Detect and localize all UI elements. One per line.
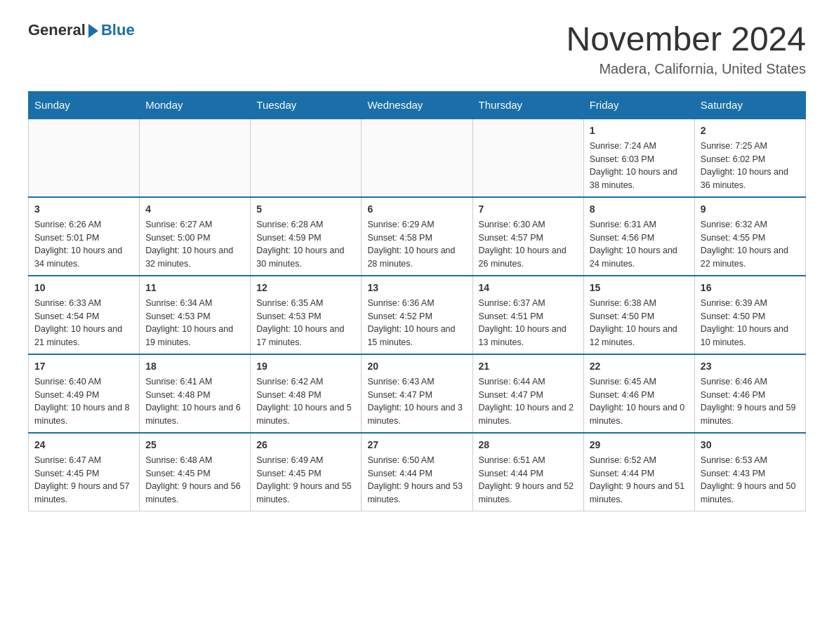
day-info: Sunset: 4:56 PM: [590, 232, 689, 245]
day-info: Sunset: 4:44 PM: [367, 467, 466, 481]
table-row: [362, 119, 472, 197]
table-row: 9Sunrise: 6:32 AMSunset: 4:55 PMDaylight…: [694, 197, 805, 276]
day-number: 24: [34, 438, 133, 452]
day-info: Sunrise: 6:43 AM: [367, 375, 466, 389]
table-row: 18Sunrise: 6:41 AMSunset: 4:48 PMDayligh…: [140, 354, 251, 433]
day-info: Sunrise: 6:50 AM: [367, 454, 466, 467]
day-info: Daylight: 10 hours and 36 minutes.: [701, 166, 800, 192]
day-number: 3: [34, 202, 133, 217]
day-number: 10: [34, 281, 133, 295]
day-number: 22: [590, 359, 689, 374]
day-info: Sunset: 5:01 PM: [34, 232, 133, 245]
day-info: Sunset: 4:57 PM: [479, 232, 578, 245]
day-info: Sunrise: 6:29 AM: [367, 218, 466, 232]
day-info: Sunrise: 6:36 AM: [367, 297, 466, 310]
day-info: Sunset: 4:46 PM: [701, 389, 800, 402]
day-info: Daylight: 9 hours and 55 minutes.: [256, 480, 355, 507]
day-info: Daylight: 10 hours and 38 minutes.: [590, 166, 689, 192]
table-row: 2Sunrise: 7:25 AMSunset: 6:02 PMDaylight…: [694, 119, 805, 197]
logo-arrow-icon: [88, 24, 98, 38]
calendar-subtitle: Madera, California, United States: [566, 61, 806, 77]
day-number: 17: [34, 359, 133, 374]
table-row: [29, 119, 140, 197]
logo: General Blue: [28, 21, 135, 39]
day-info: Daylight: 10 hours and 13 minutes.: [479, 323, 578, 349]
day-info: Sunrise: 6:53 AM: [701, 454, 800, 467]
table-row: 8Sunrise: 6:31 AMSunset: 4:56 PMDaylight…: [583, 197, 694, 276]
day-info: Daylight: 10 hours and 34 minutes.: [34, 244, 133, 271]
table-row: [472, 119, 583, 197]
day-info: Sunrise: 6:47 AM: [34, 454, 133, 467]
day-info: Sunrise: 6:32 AM: [701, 218, 800, 232]
day-info: Sunrise: 6:44 AM: [479, 375, 578, 389]
day-number: 15: [590, 281, 689, 295]
header-thursday: Thursday: [472, 91, 583, 119]
day-number: 30: [701, 438, 800, 452]
day-info: Sunrise: 6:33 AM: [34, 297, 133, 310]
table-row: 11Sunrise: 6:34 AMSunset: 4:53 PMDayligh…: [140, 276, 251, 354]
day-info: Sunrise: 6:39 AM: [701, 297, 800, 310]
day-number: 2: [701, 123, 800, 138]
calendar-header-row: Sunday Monday Tuesday Wednesday Thursday…: [29, 91, 806, 119]
day-info: Daylight: 9 hours and 50 minutes.: [701, 480, 800, 507]
day-info: Sunrise: 6:26 AM: [34, 218, 133, 232]
table-row: 12Sunrise: 6:35 AMSunset: 4:53 PMDayligh…: [251, 276, 362, 354]
header-wednesday: Wednesday: [362, 91, 472, 119]
day-info: Sunset: 6:02 PM: [701, 153, 800, 166]
day-number: 1: [590, 123, 689, 138]
table-row: 4Sunrise: 6:27 AMSunset: 5:00 PMDaylight…: [140, 197, 251, 276]
day-info: Sunset: 4:45 PM: [256, 467, 355, 481]
table-row: [140, 119, 251, 197]
day-number: 29: [590, 438, 689, 452]
calendar-week-row: 17Sunrise: 6:40 AMSunset: 4:49 PMDayligh…: [29, 354, 806, 433]
day-info: Sunset: 4:43 PM: [701, 467, 800, 481]
day-info: Sunset: 4:47 PM: [367, 389, 466, 402]
header-tuesday: Tuesday: [251, 91, 362, 119]
day-number: 9: [701, 202, 800, 217]
day-info: Sunrise: 6:51 AM: [479, 454, 578, 467]
day-info: Sunset: 4:45 PM: [34, 467, 133, 481]
day-info: Sunset: 6:03 PM: [590, 153, 689, 166]
calendar-week-row: 3Sunrise: 6:26 AMSunset: 5:01 PMDaylight…: [29, 197, 806, 276]
header-monday: Monday: [140, 91, 251, 119]
day-info: Daylight: 10 hours and 10 minutes.: [701, 323, 800, 349]
day-info: Sunrise: 7:24 AM: [590, 140, 689, 153]
day-info: Daylight: 10 hours and 28 minutes.: [367, 244, 466, 271]
table-row: 28Sunrise: 6:51 AMSunset: 4:44 PMDayligh…: [472, 433, 583, 511]
day-info: Daylight: 9 hours and 52 minutes.: [479, 480, 578, 507]
day-info: Daylight: 10 hours and 17 minutes.: [256, 323, 355, 349]
day-info: Daylight: 10 hours and 21 minutes.: [34, 323, 133, 349]
day-number: 11: [145, 281, 244, 295]
day-number: 20: [367, 359, 466, 374]
day-info: Sunset: 4:53 PM: [256, 310, 355, 323]
page-header: General Blue November 2024 Madera, Calif…: [28, 21, 806, 77]
title-area: November 2024 Madera, California, United…: [566, 21, 806, 77]
header-sunday: Sunday: [29, 91, 140, 119]
day-info: Sunset: 4:52 PM: [367, 310, 466, 323]
day-info: Sunrise: 6:35 AM: [256, 297, 355, 310]
table-row: 22Sunrise: 6:45 AMSunset: 4:46 PMDayligh…: [583, 354, 694, 433]
header-saturday: Saturday: [694, 91, 805, 119]
day-info: Sunset: 4:44 PM: [479, 467, 578, 481]
table-row: 26Sunrise: 6:49 AMSunset: 4:45 PMDayligh…: [251, 433, 362, 511]
day-info: Sunset: 4:51 PM: [479, 310, 578, 323]
day-info: Sunset: 4:50 PM: [590, 310, 689, 323]
day-number: 8: [590, 202, 689, 217]
day-number: 6: [367, 202, 466, 217]
day-info: Daylight: 9 hours and 51 minutes.: [590, 480, 689, 507]
table-row: 21Sunrise: 6:44 AMSunset: 4:47 PMDayligh…: [472, 354, 583, 433]
day-info: Sunrise: 6:41 AM: [145, 375, 244, 389]
day-number: 16: [701, 281, 800, 295]
calendar-week-row: 10Sunrise: 6:33 AMSunset: 4:54 PMDayligh…: [29, 276, 806, 354]
day-info: Daylight: 10 hours and 15 minutes.: [367, 323, 466, 349]
day-info: Sunrise: 6:48 AM: [145, 454, 244, 467]
table-row: 1Sunrise: 7:24 AMSunset: 6:03 PMDaylight…: [583, 119, 694, 197]
day-info: Sunrise: 6:28 AM: [256, 218, 355, 232]
day-info: Sunset: 4:53 PM: [145, 310, 244, 323]
day-info: Sunset: 4:46 PM: [590, 389, 689, 402]
table-row: 10Sunrise: 6:33 AMSunset: 4:54 PMDayligh…: [29, 276, 140, 354]
day-number: 5: [256, 202, 355, 217]
day-number: 13: [367, 281, 466, 295]
day-info: Sunset: 4:54 PM: [34, 310, 133, 323]
table-row: 30Sunrise: 6:53 AMSunset: 4:43 PMDayligh…: [694, 433, 805, 511]
